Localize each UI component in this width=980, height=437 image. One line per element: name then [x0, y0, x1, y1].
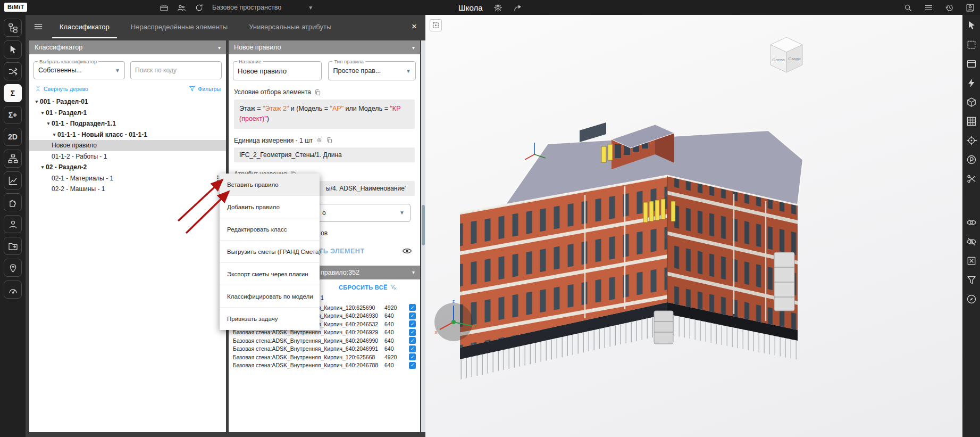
context-menu-item[interactable]: Добавить правило: [220, 196, 320, 218]
export-tool-icon[interactable]: [4, 237, 22, 255]
list-menu-icon[interactable]: [924, 3, 933, 12]
close-icon[interactable]: ×: [412, 21, 417, 32]
viewport-clash-icon[interactable]: [966, 78, 977, 88]
rule-type-select[interactable]: Тип правила Простое прав... ▼: [328, 61, 416, 80]
model-tree-tool-icon[interactable]: [4, 19, 22, 37]
checkbox-checked[interactable]: ✓: [409, 345, 416, 352]
tree-item[interactable]: Новое правило: [29, 140, 226, 151]
classifier-panel-header[interactable]: Классификатор ▾: [29, 40, 226, 54]
eye-icon[interactable]: [402, 246, 412, 256]
tree-item[interactable]: ▾01 - Раздел-1: [29, 108, 226, 119]
navcube-right-label[interactable]: Сзади: [788, 56, 800, 61]
checkbox-checked[interactable]: ✓: [409, 337, 416, 344]
select-tool-icon[interactable]: [4, 40, 22, 59]
context-menu-item[interactable]: Редактировать класс: [220, 218, 320, 241]
history-icon[interactable]: [945, 3, 954, 12]
scrollbar-thumb[interactable]: [422, 205, 425, 245]
chevron-down-icon[interactable]: ▼: [399, 210, 405, 216]
collapse-caret-icon[interactable]: ▾: [412, 45, 415, 51]
viewport-hide-icon[interactable]: [966, 236, 977, 247]
navigation-cube[interactable]: Слева Сзади: [764, 31, 809, 76]
checkbox-checked[interactable]: ✓: [409, 304, 416, 311]
charts-tool-icon[interactable]: [4, 171, 22, 189]
context-menu-item[interactable]: Выгрузить сметы (ГРАНД Смета): [220, 241, 320, 263]
courtyard-wall[interactable]: [580, 122, 606, 142]
context-menu-item[interactable]: Классифицировать по модели: [220, 285, 320, 308]
element-row[interactable]: Базовая стена:ADSK_Внутренняя_Кирпич_640…: [233, 336, 416, 345]
plugins-tool-icon[interactable]: [4, 193, 22, 211]
filters-link[interactable]: Фильтры: [189, 85, 221, 92]
viewport-marquee-icon[interactable]: [966, 39, 977, 50]
rule-name-input[interactable]: [238, 67, 317, 75]
context-menu-item[interactable]: Привязать задачу: [220, 308, 320, 330]
dashboard-tool-icon[interactable]: [4, 281, 22, 299]
viewport-panel-icon[interactable]: [966, 59, 977, 69]
classifier-tool-icon[interactable]: Σ: [4, 84, 22, 102]
2d-view-tool-icon[interactable]: 2D: [4, 128, 22, 146]
collapse-tree-link[interactable]: Свернуть дерево: [35, 85, 88, 92]
viewport-focus-icon[interactable]: [966, 135, 977, 146]
code-search-field[interactable]: [130, 61, 222, 79]
classifier-add-tool-icon[interactable]: Σ+: [4, 106, 22, 124]
tree-item[interactable]: ▾01-1 - Подраздел-1.1: [29, 118, 226, 129]
viewport-3d[interactable]: Слева Сзади z x Y: [425, 15, 962, 437]
building-3d-model[interactable]: [425, 15, 962, 437]
account-icon[interactable]: [966, 3, 975, 12]
viewport-select-icon[interactable]: [966, 20, 977, 31]
tree-item[interactable]: 01-1-2 - Работы - 1: [29, 151, 226, 162]
panel-menu-icon[interactable]: [33, 21, 44, 32]
relations-tool-icon[interactable]: [4, 62, 22, 80]
tree-item[interactable]: 02-2 - Машины - 1: [29, 184, 226, 195]
element-row[interactable]: Базовая стена:ADSK_Внутренняя_Кирпич_640…: [233, 361, 416, 369]
tree-item[interactable]: 02-1 - Материалы - 1⋮: [29, 173, 226, 184]
code-search-input[interactable]: [135, 67, 217, 74]
element-row[interactable]: Базовая стена:ADSK_Внутренняя_Кирпич_120…: [233, 353, 416, 361]
collapse-caret-icon[interactable]: ▾: [218, 45, 221, 51]
element-row[interactable]: Базовая стена:ADSK_Внутренняя_Кирпич_640…: [233, 344, 416, 353]
region-capture-icon[interactable]: [430, 19, 442, 31]
context-menu-item[interactable]: Вставить правило: [220, 174, 320, 196]
rule-name-field[interactable]: Название: [233, 61, 322, 80]
viewport-filter-icon[interactable]: [966, 275, 977, 285]
condition-box[interactable]: Этаж = "Этаж 2" и (Модель = "АР" или Мод…: [234, 100, 415, 129]
viewport-orbit-icon[interactable]: [966, 294, 977, 304]
chevron-down-icon[interactable]: ▼: [406, 68, 411, 74]
checkbox-checked[interactable]: ✓: [409, 312, 416, 319]
tab-item[interactable]: Универсальные атрибуты: [238, 15, 342, 38]
viewport-grid-icon[interactable]: [966, 116, 977, 127]
reset-all-button[interactable]: СБРОСИТЬ ВСЁ: [339, 284, 397, 291]
share-icon[interactable]: [513, 3, 522, 12]
unit-value-box[interactable]: IFC_2_Геометрия_Стены/1. Длина: [234, 147, 415, 162]
structure-tool-icon[interactable]: [4, 150, 22, 168]
classifier-select[interactable]: Выбрать классификатор Собственны... ▼: [33, 61, 125, 79]
briefcase-icon[interactable]: [160, 3, 169, 12]
vertical-scrollbar[interactable]: [421, 40, 425, 432]
viewport-isolate-icon[interactable]: [966, 255, 977, 266]
tree-item[interactable]: ▾01-1-1 - Новый класс - 01-1-1: [29, 129, 226, 141]
viewport-show-icon[interactable]: [966, 217, 977, 228]
chevron-down-icon[interactable]: ▼: [115, 68, 120, 73]
tree-caret-icon[interactable]: ▾: [45, 121, 52, 126]
context-menu-item[interactable]: Экспорт сметы через плагин: [220, 263, 320, 285]
workspace-selector[interactable]: Базовое пространство: [212, 4, 281, 11]
rule-panel-header[interactable]: Новое правило ▾: [229, 40, 420, 54]
checkbox-checked[interactable]: ✓: [409, 353, 416, 360]
users-tool-icon[interactable]: [4, 215, 22, 233]
search-icon[interactable]: [903, 3, 912, 12]
copy-icon[interactable]: [314, 89, 321, 96]
tab-item[interactable]: Нераспределённые элементы: [120, 15, 238, 38]
viewport-plan-icon[interactable]: [966, 154, 977, 165]
gear-icon[interactable]: [316, 137, 323, 144]
tab-item[interactable]: Классификатор: [49, 15, 120, 38]
team-icon[interactable]: [177, 3, 186, 12]
collapse-caret-icon[interactable]: ▾: [412, 269, 415, 275]
tree-caret-icon[interactable]: ▾: [51, 132, 57, 137]
tree-caret-icon[interactable]: ▾: [33, 99, 40, 104]
viewport-model-icon[interactable]: [966, 97, 977, 108]
user-location-tool-icon[interactable]: [4, 259, 22, 277]
orbit-control[interactable]: z x Y: [430, 297, 478, 345]
tree-caret-icon[interactable]: ▾: [39, 164, 46, 170]
copy-icon[interactable]: [326, 137, 333, 144]
gear-icon[interactable]: [493, 3, 502, 12]
viewport-section-icon[interactable]: [966, 174, 977, 184]
